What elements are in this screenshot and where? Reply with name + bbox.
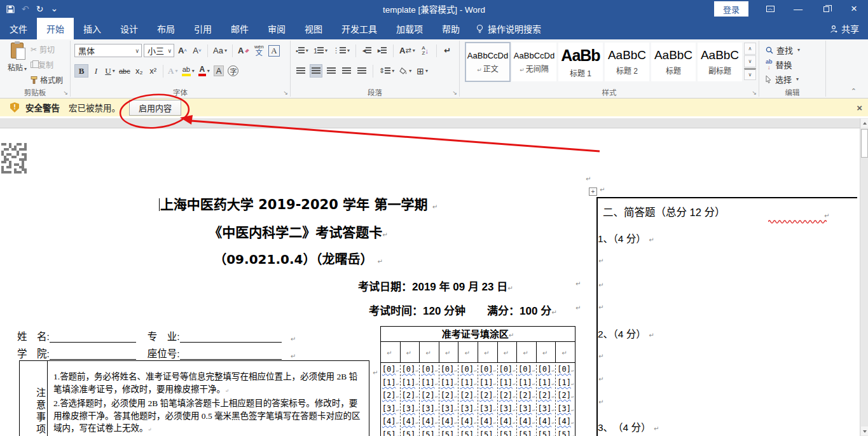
minimize-button[interactable]: — [784, 0, 812, 18]
collapse-ribbon-button[interactable]: ⌃ [851, 87, 857, 95]
ticket-bubble-4[interactable]: [4]↵ [401, 417, 420, 430]
ticket-bubble-0[interactable]: [0]↵ [439, 365, 458, 378]
ticket-bubble-0[interactable]: [0]↵ [478, 365, 497, 378]
ticket-bubble-4[interactable]: [4]↵ [381, 417, 400, 430]
style-标题 2[interactable]: AaBbC标题 2 [604, 42, 650, 82]
ticket-bubble-1[interactable]: [1]↵ [401, 378, 420, 392]
ticket-bubble-0[interactable]: [0]↵ [381, 365, 400, 378]
paragraph-dialog-launcher[interactable]: ↘ [452, 90, 457, 96]
vertical-scrollbar[interactable] [860, 118, 868, 436]
character-border-button[interactable]: A [267, 44, 280, 57]
ticket-bubble-2[interactable]: [2]↵ [478, 391, 497, 404]
align-center-button[interactable] [310, 64, 322, 78]
enable-content-button[interactable]: 启用内容 [129, 100, 181, 116]
shrink-font-button[interactable]: A˅ [191, 44, 203, 57]
ticket-bubble-3[interactable]: [3]↵ [556, 404, 575, 418]
ticket-bubble-1[interactable]: [1]↵ [556, 378, 575, 392]
ticket-bubble-1[interactable]: [1]↵ [478, 378, 497, 392]
ticket-bubble-2[interactable]: [2]↵ [381, 391, 400, 404]
field-college-blank[interactable] [50, 349, 136, 360]
style-标题 1[interactable]: AaBb标题 1 [558, 42, 603, 82]
ticket-bubble-5[interactable]: [5]↵ [401, 430, 420, 436]
show-hide-marks-button[interactable]: ↵ [441, 44, 454, 57]
style-标题[interactable]: AaBbC标题 [651, 42, 696, 82]
ticket-bubble-5[interactable]: [5]↵ [556, 430, 575, 436]
line-spacing-button[interactable]: ⇕▾ [378, 64, 396, 78]
select-button[interactable]: 选择▾ [766, 73, 799, 85]
scrollbar-thumb[interactable] [861, 129, 868, 158]
change-case-button[interactable]: Aa▾ [212, 44, 228, 57]
ticket-bubble-0[interactable]: [0]↵ [420, 365, 439, 378]
ticket-bubble-4[interactable]: [4]↵ [537, 417, 556, 430]
ticket-bubble-3[interactable]: [3]↵ [517, 404, 536, 418]
ticket-bubble-0[interactable]: [0]↵ [401, 365, 420, 378]
distribute-button[interactable] [355, 64, 368, 78]
tab-file[interactable]: 文件 [0, 18, 37, 39]
ticket-bubble-2[interactable]: [2]↵ [420, 391, 439, 404]
document-area[interactable]: 上海中医药大学 2019-2020 学年 第一学期 ↵ 《中医内科学二》考试答题… [0, 116, 868, 436]
underline-button[interactable]: U▾ [104, 64, 116, 78]
ticket-bubble-2[interactable]: [2]↵ [498, 391, 517, 404]
field-major-blank[interactable] [180, 332, 282, 343]
subscript-button[interactable]: x₂ [133, 64, 146, 78]
save-icon[interactable] [6, 5, 15, 13]
ticket-bubble-0[interactable]: [0]↵ [498, 365, 517, 378]
styles-scroll-down-button[interactable]: ∨ [744, 55, 756, 67]
replace-button[interactable]: ab↓ 替换 [766, 58, 792, 71]
tab-引用[interactable]: 引用 [184, 18, 221, 39]
numbering-button[interactable]: 1▾ [312, 44, 329, 57]
ticket-bubble-3[interactable]: [3]↵ [537, 404, 556, 418]
phonetic-guide-button[interactable]: wén文 [252, 44, 265, 57]
style-无间隔[interactable]: AaBbCcDd↵无间隔 [511, 42, 557, 82]
styles-more-button[interactable]: ∨ [744, 68, 756, 80]
ticket-bubble-1[interactable]: [1]↵ [381, 378, 400, 392]
decrease-indent-button[interactable]: ◂ [361, 44, 373, 57]
ticket-bubble-0[interactable]: [0]↵ [556, 365, 575, 378]
ticket-bubble-5[interactable]: [5]↵ [517, 430, 536, 436]
ticket-bubble-5[interactable]: [5]↵ [478, 430, 497, 436]
align-left-button[interactable] [294, 64, 307, 78]
ticket-bubble-4[interactable]: [4]↵ [556, 417, 575, 430]
italic-button[interactable]: I [90, 64, 102, 78]
ticket-bubble-0[interactable]: [0]↵ [537, 365, 556, 378]
tab-开发工具[interactable]: 开发工具 [332, 18, 387, 39]
ticket-bubble-5[interactable]: [5]↵ [439, 430, 458, 436]
customize-qat-icon[interactable]: ⌄ [50, 4, 58, 13]
tab-邮件[interactable]: 邮件 [221, 18, 258, 39]
find-button[interactable]: 查找▾ [766, 44, 800, 56]
tab-设计[interactable]: 设计 [111, 18, 148, 39]
ticket-bubble-3[interactable]: [3]↵ [439, 404, 458, 418]
bold-button[interactable]: B [74, 64, 88, 78]
highlight-color-button[interactable]: ab ▾ [181, 64, 196, 78]
styles-scroll-up-button[interactable]: ∧ [744, 43, 756, 55]
ticket-bubble-3[interactable]: [3]↵ [381, 404, 400, 418]
tab-布局[interactable]: 布局 [148, 18, 184, 39]
increase-indent-button[interactable]: ▸ [376, 44, 389, 57]
tab-审阅[interactable]: 审阅 [258, 18, 295, 39]
ticket-bubble-3[interactable]: [3]↵ [478, 404, 497, 418]
styles-dialog-launcher[interactable]: ↘ [752, 90, 757, 96]
sign-in-button[interactable]: 登录 [714, 1, 748, 17]
ticket-bubble-4[interactable]: [4]↵ [458, 417, 478, 430]
style-正文[interactable]: AaBbCcDd↵正文 [465, 42, 511, 82]
undo-icon[interactable]: ↶ [22, 4, 29, 13]
ticket-bubble-1[interactable]: [1]↵ [537, 378, 556, 392]
clipboard-dialog-launcher[interactable]: ↘ [63, 90, 68, 96]
ticket-bubble-0[interactable]: [0]↵ [517, 365, 536, 378]
ticket-bubble-4[interactable]: [4]↵ [517, 417, 536, 430]
font-color-button[interactable]: A ▾ [197, 64, 211, 78]
ticket-bubble-5[interactable]: [5]↵ [458, 430, 478, 436]
ticket-bubble-5[interactable]: [5]↵ [420, 430, 439, 436]
strikethrough-button[interactable]: abc [118, 64, 132, 78]
multilevel-list-button[interactable]: ⋮▾ [331, 44, 351, 57]
ticket-bubble-5[interactable]: [5]↵ [381, 430, 400, 436]
share-button[interactable]: 共享 [830, 18, 859, 39]
ticket-bubble-1[interactable]: [1]↵ [439, 378, 458, 392]
ribbon-display-options-button[interactable]: ︿ [756, 0, 784, 18]
ticket-bubble-4[interactable]: [4]↵ [439, 417, 458, 430]
ticket-bubble-5[interactable]: [5]↵ [498, 430, 517, 436]
field-seat-blank[interactable] [180, 349, 282, 360]
ticket-bubble-3[interactable]: [3]↵ [401, 404, 420, 418]
ticket-bubble-2[interactable]: [2]↵ [537, 391, 556, 404]
message-bar-close-icon[interactable]: × [857, 102, 862, 113]
